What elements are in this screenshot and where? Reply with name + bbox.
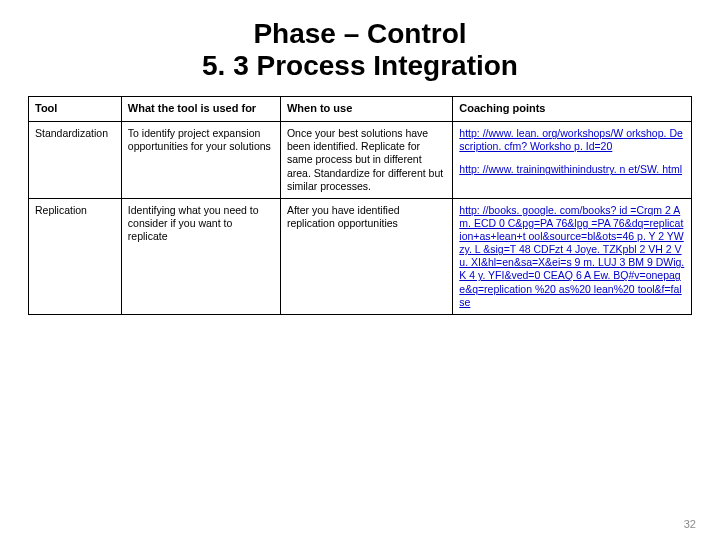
table-header-row: Tool What the tool is used for When to u… bbox=[29, 97, 692, 122]
title-line-2: 5. 3 Process Integration bbox=[202, 50, 518, 81]
coaching-link[interactable]: http: //books. google. com/books? id =Cr… bbox=[459, 204, 685, 309]
tools-table: Tool What the tool is used for When to u… bbox=[28, 96, 692, 314]
col-used-for: What the tool is used for bbox=[121, 97, 280, 122]
table-row: Standardization To identify project expa… bbox=[29, 122, 692, 199]
page-number: 32 bbox=[684, 518, 696, 530]
col-when: When to use bbox=[280, 97, 452, 122]
cell-when: Once your best solutions have been ident… bbox=[280, 122, 452, 199]
cell-tool: Replication bbox=[29, 198, 122, 314]
title-line-1: Phase – Control bbox=[253, 18, 466, 49]
cell-when: After you have identified replication op… bbox=[280, 198, 452, 314]
coaching-link[interactable]: http: //www. trainingwithinindustry. n e… bbox=[459, 163, 685, 176]
cell-used-for: To identify project expansion opportunit… bbox=[121, 122, 280, 199]
cell-used-for: Identifying what you need to consider if… bbox=[121, 198, 280, 314]
slide-title: Phase – Control 5. 3 Process Integration bbox=[28, 18, 692, 82]
coaching-link[interactable]: http: //www. lean. org/workshops/W orksh… bbox=[459, 127, 685, 153]
col-tool: Tool bbox=[29, 97, 122, 122]
col-coaching: Coaching points bbox=[453, 97, 692, 122]
cell-tool: Standardization bbox=[29, 122, 122, 199]
cell-coaching: http: //books. google. com/books? id =Cr… bbox=[453, 198, 692, 314]
slide: Phase – Control 5. 3 Process Integration… bbox=[0, 0, 720, 540]
table-row: Replication Identifying what you need to… bbox=[29, 198, 692, 314]
cell-coaching: http: //www. lean. org/workshops/W orksh… bbox=[453, 122, 692, 199]
